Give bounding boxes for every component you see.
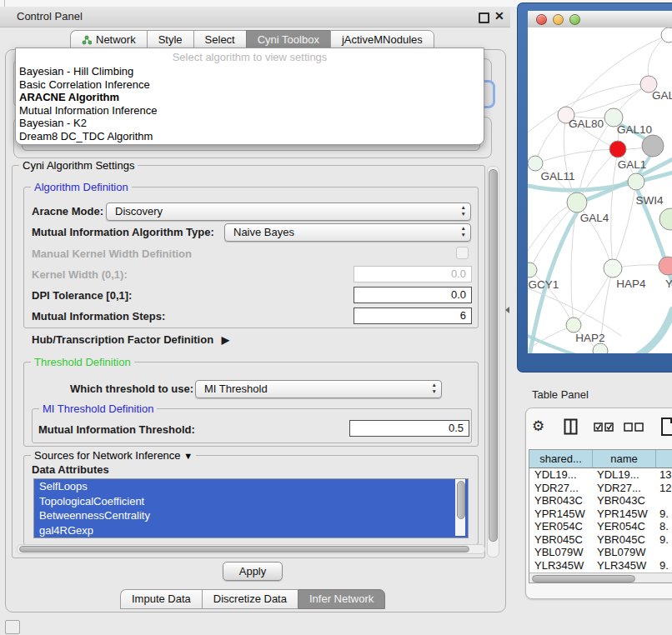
settings-gear-icon[interactable]: ⚙ xyxy=(532,418,544,435)
node-bottom-edge[interactable] xyxy=(593,343,608,353)
expanded-arrow-icon[interactable]: ▼ xyxy=(183,451,193,461)
select-all-checkboxes-icon[interactable] xyxy=(594,422,614,432)
close-panel-icon[interactable]: ✕ xyxy=(494,9,504,22)
deselect-all-checkboxes-icon[interactable] xyxy=(624,422,644,432)
dpi-tolerance-label: DPI Tolerance [0,1]: xyxy=(32,289,132,302)
data-attribute-item[interactable]: SelfLoops xyxy=(34,479,468,494)
apply-button[interactable]: Apply xyxy=(223,562,283,581)
tab-label: Select xyxy=(205,31,235,49)
tab-impute-data[interactable]: Impute Data xyxy=(120,589,202,609)
close-window-icon[interactable] xyxy=(536,14,547,25)
spinner-arrows-icon: ▲▼ xyxy=(461,204,466,218)
kernel-width-field[interactable]: 0.0 xyxy=(354,266,472,282)
algorithm-dropdown[interactable]: Select algorithm to view settings Bayesi… xyxy=(15,48,484,145)
sources-legend[interactable]: Sources for Network Inference ▼ xyxy=(31,449,196,462)
node-swi4[interactable] xyxy=(628,173,644,190)
table-row[interactable]: YDR27...YDR27...12 xyxy=(529,482,672,495)
aracne-mode-select[interactable]: Discovery ▲▼ xyxy=(106,202,471,221)
table-row[interactable]: YBR043CYBR043C xyxy=(529,494,672,508)
attributes-scrollbar[interactable] xyxy=(455,479,465,536)
network-edge[interactable] xyxy=(611,149,618,268)
table-cell: YER054C xyxy=(592,520,654,533)
mi-threshold-label: Mutual Information Threshold: xyxy=(38,423,195,436)
settings-scrollbar-thumb[interactable] xyxy=(489,169,498,542)
algorithm-option[interactable]: ARACNE Algorithm xyxy=(16,91,484,104)
collapsed-arrow-icon[interactable]: ▶ xyxy=(222,334,229,346)
panel-corner-icon[interactable] xyxy=(5,620,20,634)
dpi-tolerance-field[interactable]: 0.0 xyxy=(354,287,472,303)
network-edge[interactable] xyxy=(613,182,636,268)
data-attribute-item[interactable]: TopologicalCoefficient xyxy=(34,494,468,509)
sources-hscrollbar[interactable] xyxy=(17,544,485,554)
algorithm-option[interactable]: Basic Correlation Inference xyxy=(16,78,484,92)
table-column-header[interactable]: shared... xyxy=(529,450,593,468)
tab-discretize-data[interactable]: Discretize Data xyxy=(202,589,298,609)
minimize-window-icon[interactable] xyxy=(553,14,564,25)
node-gray[interactable] xyxy=(642,135,664,157)
network-edge[interactable] xyxy=(648,40,662,77)
node-salmon[interactable] xyxy=(659,257,672,275)
mi-threshold-field[interactable]: 0.5 xyxy=(349,420,469,437)
table-cell: YPR145W xyxy=(592,508,654,521)
tab-infer-network[interactable]: Infer Network xyxy=(298,589,385,609)
table-hscrollbar[interactable] xyxy=(529,572,672,583)
tab-label: Style xyxy=(158,31,183,49)
manual-kernel-checkbox[interactable] xyxy=(456,247,469,259)
aracne-mode-value: Discovery xyxy=(115,205,163,218)
cyni-mode-tabs: Impute DataDiscretize DataInfer Network xyxy=(120,589,385,609)
table-cell: YBL079W xyxy=(529,546,592,559)
data-attributes-list[interactable]: SelfLoopsTopologicalCoefficientBetweenne… xyxy=(33,478,469,538)
node-gal80-label: GAL80 xyxy=(569,118,604,130)
table-row[interactable]: YBR045CYBR045C9. xyxy=(529,533,672,547)
table-column-header[interactable]: A xyxy=(656,450,672,468)
table-row[interactable]: YPR145WYPR145W9. xyxy=(529,508,672,521)
which-threshold-select[interactable]: MI Threshold ▲▼ xyxy=(195,380,442,398)
table-cell: YDR27... xyxy=(529,482,592,495)
table-cell: 12 xyxy=(654,482,672,495)
settings-scrollbar[interactable] xyxy=(487,166,499,558)
table-hscrollbar-thumb[interactable] xyxy=(532,575,635,582)
top-strip-tick xyxy=(4,0,5,7)
splitter-arrow-icon[interactable] xyxy=(505,307,509,313)
table-panel-title: Table Panel xyxy=(532,388,589,401)
table-row[interactable]: YDL19...YDL19...13 xyxy=(529,468,672,482)
zoom-window-icon[interactable] xyxy=(569,14,580,25)
sources-hscrollbar-thumb[interactable] xyxy=(19,546,469,552)
node-green-right[interactable] xyxy=(659,208,672,230)
attributes-scrollbar-thumb[interactable] xyxy=(457,481,465,519)
node-hap2[interactable] xyxy=(566,318,581,332)
table-row[interactable]: YBL079WYBL079W xyxy=(529,546,672,559)
network-edge[interactable] xyxy=(614,310,672,353)
table-row[interactable]: YER054CYER054C8. xyxy=(529,520,672,533)
node-gal4-label: GAL4 xyxy=(580,212,609,224)
new-table-document-icon[interactable] xyxy=(660,417,672,437)
table-cell: YER054C xyxy=(529,520,592,533)
float-panel-icon[interactable] xyxy=(479,12,489,23)
aracne-mode-label: Aracne Mode: xyxy=(32,205,103,218)
node-swi4-label: SWI4 xyxy=(635,194,663,207)
node-gal1[interactable] xyxy=(609,141,626,158)
algorithm-option[interactable]: Dream8 DC_TDC Algorithm xyxy=(16,130,484,143)
threshold-definition-legend: Threshold Definition xyxy=(31,356,134,368)
table-row[interactable]: YLR345WYLR345W9. xyxy=(529,559,672,572)
algorithm-option[interactable]: Bayesian - K2 xyxy=(16,117,484,130)
hub-definition-toggle[interactable]: Hub/Transcription Factor Definition ▶ xyxy=(32,333,229,346)
node-gal11[interactable] xyxy=(528,156,543,171)
table-cell: 8. xyxy=(654,520,672,533)
node-top-edge[interactable] xyxy=(661,28,672,42)
network-canvas[interactable]: GALGAL80GAL10GAL1GAL11SWI4GAL4GCY1HAP4YH… xyxy=(528,28,672,353)
network-window-titlebar[interactable] xyxy=(528,11,672,28)
table-column-header[interactable]: name xyxy=(593,450,656,468)
algorithm-option[interactable]: Mutual Information Inference xyxy=(16,104,484,118)
node-gal4[interactable] xyxy=(567,192,587,212)
mi-steps-field[interactable]: 6 xyxy=(354,308,472,324)
algorithm-option[interactable]: Bayesian - Hill Climbing xyxy=(16,65,484,78)
table-cell: YDL19... xyxy=(529,468,592,482)
split-columns-icon[interactable] xyxy=(564,418,578,435)
mi-type-select[interactable]: Naive Bayes ▲▼ xyxy=(224,223,471,242)
node-hap4[interactable] xyxy=(604,259,622,278)
data-attributes-label: Data Attributes xyxy=(32,463,109,476)
data-attribute-item[interactable]: gal4RGexp xyxy=(34,523,468,538)
network-edge[interactable] xyxy=(535,149,618,163)
data-attribute-item[interactable]: BetweennessCentrality xyxy=(34,508,468,523)
